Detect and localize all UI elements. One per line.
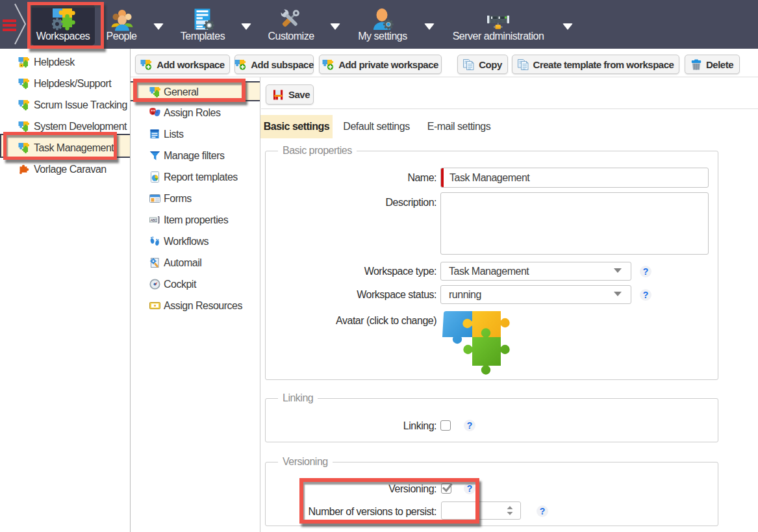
svg-text:ABC: ABC <box>151 218 157 222</box>
